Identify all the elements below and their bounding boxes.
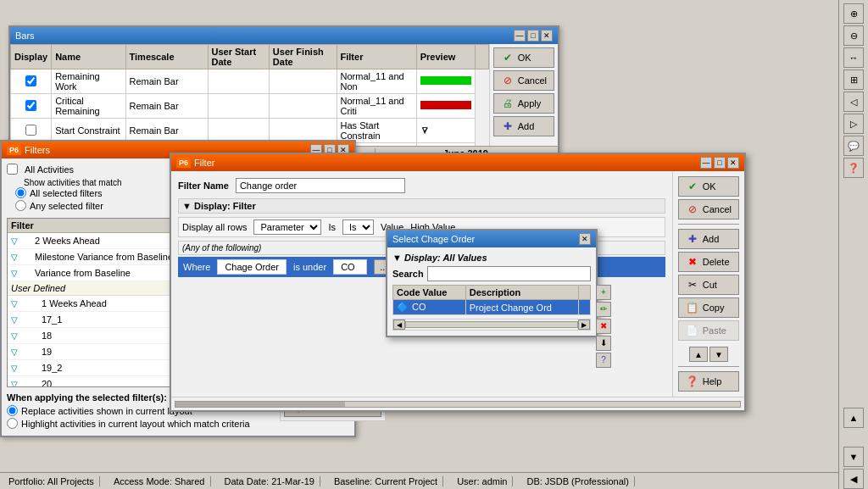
side-btn-left[interactable]: ◁ <box>843 92 864 112</box>
filter-edit-add-button[interactable]: ✚ Add <box>678 229 739 249</box>
row-display-check[interactable] <box>25 100 36 111</box>
bars-add-button[interactable]: ✚ Add <box>493 116 554 136</box>
status-data-date: Data Date: 21-Mar-19 <box>220 476 320 486</box>
select-delete-button[interactable]: ✖ <box>596 319 611 334</box>
filter-edit-delete-button[interactable]: ✖ Delete <box>678 252 739 272</box>
bars-table: Display Name Timescale User Start Date U… <box>10 44 489 146</box>
ok-icon: ✔ <box>501 51 515 64</box>
side-btn-expand[interactable]: ◀ <box>843 469 864 489</box>
side-btn-help[interactable]: ❓ <box>843 158 864 178</box>
col-filter: Filter <box>337 45 416 69</box>
side-btn-fit[interactable]: ⊞ <box>843 69 864 90</box>
select-table: Code Value Description 🔷CO Project Chang… <box>392 285 591 315</box>
desc-value: Project Change Ord <box>465 300 578 315</box>
cut-icon: ✂ <box>686 278 699 292</box>
right-side-panel: ⊕ ⊖ ↔ ⊞ ◁ ▷ 💬 ❓ ▲ ▼ ◀ <box>838 0 868 489</box>
filter-edit-minimize[interactable]: — <box>700 157 712 169</box>
col-user-start: User Start Date <box>208 45 269 69</box>
row-preview: ⛛ <box>416 143 475 147</box>
row-preview: ⛛ <box>416 119 475 143</box>
bars-dialog-title: Bars <box>15 31 35 41</box>
side-btn-zoom-in[interactable]: ⊕ <box>843 3 864 24</box>
row-display-check[interactable] <box>25 125 36 136</box>
display-rows-select[interactable]: Parameter <box>253 219 321 235</box>
filter-edit-titlebar: P6 Filter — □ ✕ <box>171 154 744 171</box>
select-down-button[interactable]: ⬇ <box>596 336 611 351</box>
side-btn-zoom-out[interactable]: ⊖ <box>843 25 864 46</box>
side-btn-arrow-down[interactable]: ▼ <box>843 447 864 467</box>
filter-edit-maximize[interactable]: □ <box>714 157 726 169</box>
row-filter: Normal_11 and Non <box>337 69 416 94</box>
select-edit-button[interactable]: ✏ <box>596 302 611 317</box>
select-help-button[interactable]: ? <box>596 353 611 368</box>
side-btn-scroll[interactable]: ↔ <box>843 47 864 68</box>
col-user-finish: User Finish Date <box>269 45 337 69</box>
is-select[interactable]: Is <box>342 219 374 235</box>
table-row[interactable]: Remaining Work Remain Bar Normal_11 and … <box>11 69 489 94</box>
bars-cancel-button[interactable]: ⊘ Cancel <box>493 70 554 91</box>
side-btn-arrow-up[interactable]: ▲ <box>843 408 864 428</box>
filter-edit-copy-button[interactable]: 📋 Copy <box>678 297 739 318</box>
row-name: Remaining Work <box>52 69 125 94</box>
filter-funnel-icon: ▽ <box>11 236 18 246</box>
code-col-header: Code Value <box>393 286 466 300</box>
row-timescale: Remain Bar <box>125 69 208 94</box>
condition-value[interactable]: CO <box>333 259 367 275</box>
cancel-icon: ⊘ <box>501 74 515 87</box>
row-display-check[interactable] <box>25 75 36 86</box>
row-filter: Normal_11 and Criti <box>337 94 416 119</box>
search-input[interactable] <box>427 266 591 281</box>
row-user-finish <box>269 94 337 119</box>
row-preview <box>416 94 475 119</box>
col-timescale: Timescale <box>125 45 208 69</box>
filter-edit-ok-button[interactable]: ✔ OK <box>678 176 739 197</box>
select-change-order-dialog: Select Chage Order ✕ ▼ Display: All Valu… <box>386 229 598 337</box>
table-row[interactable]: Critical Remaining Remain Bar Normal_11 … <box>11 94 489 119</box>
row-name: Critical Remaining <box>52 94 125 119</box>
all-activities-check[interactable] <box>7 164 18 175</box>
radio-all-selected[interactable] <box>15 187 26 198</box>
nav-up-button[interactable]: ▲ <box>689 347 708 362</box>
table-row[interactable]: 🔷CO Project Change Ord <box>393 300 591 315</box>
filter-edit-paste-button[interactable]: 📄 Paste <box>678 320 739 341</box>
side-btn-chat[interactable]: 💬 <box>843 136 864 156</box>
scroll-right-button[interactable]: ▶ <box>578 320 590 330</box>
status-db: DB: JSDB (Professional) <box>521 476 634 486</box>
filter-edit-close[interactable]: ✕ <box>727 157 739 169</box>
is-label: Is <box>328 222 336 232</box>
scroll-left-button[interactable]: ◀ <box>393 320 405 330</box>
filter-funnel-icon: ▽ <box>11 269 18 278</box>
paste-icon: 📄 <box>686 324 699 337</box>
bars-dialog-maximize[interactable]: □ <box>527 30 539 42</box>
status-bar: Portfolio: All Projects Access Mode: Sha… <box>0 472 868 489</box>
select-display-label: ▼ Display: All Values <box>392 253 591 263</box>
bars-apply-button[interactable]: 🖨 Apply <box>493 93 554 114</box>
nav-down-button[interactable]: ▼ <box>709 347 728 362</box>
status-user: User: admin <box>452 476 513 486</box>
filter-funnel-icon: ▽ <box>11 331 18 341</box>
bars-ok-button[interactable]: ✔ OK <box>493 47 554 68</box>
select-dialog-close[interactable]: ✕ <box>579 233 591 245</box>
select-dialog-titlebar: Select Chage Order ✕ <box>387 231 596 247</box>
side-btn-right[interactable]: ▷ <box>843 114 864 134</box>
row-user-start <box>208 94 269 119</box>
bars-dialog-minimize[interactable]: — <box>514 30 526 42</box>
copy-icon: 📋 <box>686 301 699 314</box>
filters-icon: P6 <box>7 145 21 155</box>
select-add-button[interactable]: + <box>596 285 611 300</box>
row-timescale: Remain Bar <box>125 94 208 119</box>
radio-replace[interactable] <box>7 405 18 416</box>
filter-funnel-icon: ▽ <box>11 315 18 325</box>
radio-any-selected[interactable] <box>15 200 26 211</box>
filter-funnel-icon: ▽ <box>11 253 18 262</box>
row-user-finish <box>269 69 337 94</box>
radio-highlight[interactable] <box>7 418 18 429</box>
add-icon: ✚ <box>501 119 515 133</box>
condition-param[interactable]: Chage Order <box>217 259 287 275</box>
filter-edit-cancel-button[interactable]: ⊘ Cancel <box>678 199 739 219</box>
filter-edit-help-button[interactable]: ❓ Help <box>678 371 739 392</box>
filter-name-label: Filter Name <box>178 181 229 191</box>
bars-dialog-close[interactable]: ✕ <box>541 30 553 42</box>
filter-name-input[interactable] <box>236 178 405 193</box>
filter-edit-cut-button[interactable]: ✂ Cut <box>678 275 739 295</box>
